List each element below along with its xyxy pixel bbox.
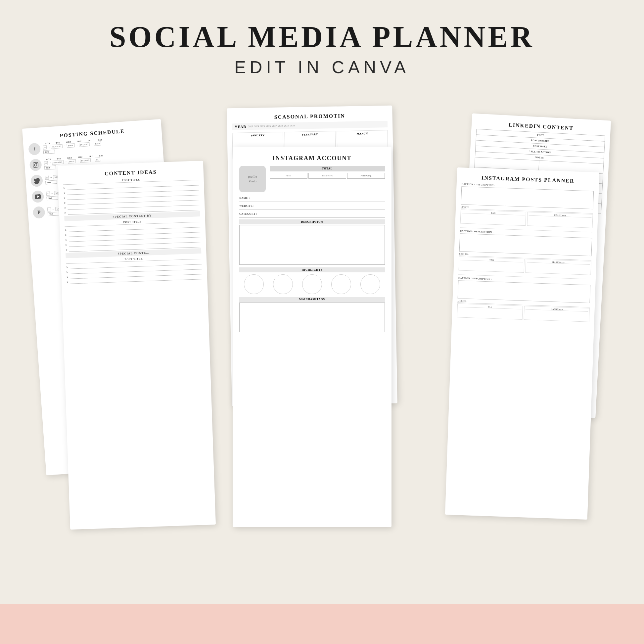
caption-box-2	[459, 233, 592, 256]
seasonal-title: SCASONAL PROMOTIN	[232, 112, 388, 121]
highlight-1	[244, 274, 264, 294]
link-label-3: LINK TO :	[457, 299, 467, 302]
time-label-1: TIME	[43, 150, 55, 154]
youtube-icon	[31, 190, 44, 203]
instagram-icon	[29, 159, 42, 171]
total-bar: TOTAL	[270, 166, 385, 171]
time-label-3: TIME	[45, 180, 57, 184]
followers-stat: Followers	[308, 173, 346, 179]
stats-row: Posts Followers Following	[270, 173, 385, 179]
post-block-2: CAPTION / DESCRIPTION : LINK TO : TAG HA…	[459, 230, 592, 275]
caption-box-3	[458, 280, 591, 303]
instagram-posts-page: INSTAGRAM POSTS PLANNER CAPTION / DESCRI…	[445, 167, 599, 520]
website-row: WEBSITE :	[239, 204, 385, 210]
year-label: YEAR	[235, 124, 246, 129]
highlights-title: HIGHLIGHTS	[239, 267, 385, 272]
time-label-2: TIME	[44, 165, 56, 170]
february-label: FEBRUARY	[286, 133, 334, 137]
instagram-account-page: INSTAGRAM ACCOUNT profilePhoto TOTAL Pos…	[233, 147, 391, 527]
highlights-circles	[239, 274, 385, 294]
year-dots: 2023 2024 2025 2026 2027 2028 2023 2030	[248, 124, 295, 128]
category-row: CATEGORY :	[239, 211, 385, 218]
highlights-section: HIGHLIGHTS	[239, 267, 385, 294]
year-bar: YEAR 2023 2024 2025 2026 2027 2028 2023 …	[232, 121, 388, 130]
post-block-3: CAPTION / DESCRIPTION : LINK TO : TAG HA…	[457, 277, 591, 322]
march-label: MARCH	[339, 132, 386, 136]
highlight-3	[302, 274, 322, 294]
svg-rect-0	[33, 162, 38, 167]
profile-section: profilePhoto TOTAL Posts Followers Follo…	[239, 166, 385, 192]
hashtags-title: MAINHASHTAGS	[239, 297, 385, 302]
highlight-4	[331, 274, 351, 294]
twitter-icon	[30, 174, 43, 187]
category-label: CATEGORY :	[239, 212, 262, 215]
time-label-5: TIME	[48, 212, 60, 216]
website-label: WEBSITE :	[239, 205, 262, 207]
content-ideas-page: CONTENT IDEAS POST TITLE ➤ ➤ ➤ ➤ ➤ ➤ SPE…	[58, 161, 216, 530]
pages-container: POSTING SCHEDULE f MONTUSWEDTHUFRISAT □→…	[24, 97, 620, 560]
description-section: DESCRIPTION	[239, 219, 385, 265]
name-label: NAME :	[239, 197, 262, 200]
main-title: SOCIAL MEDIA PLANNER	[109, 20, 534, 54]
description-box	[239, 225, 385, 265]
pinterest-icon: P	[32, 206, 45, 219]
caption-box-1	[461, 186, 594, 209]
facebook-icon: f	[28, 143, 41, 155]
instagram-account-title: INSTAGRAM ACCOUNT	[239, 155, 385, 162]
hashtag-col-3: HASHTAGS	[524, 306, 590, 322]
time-label-4: TIME	[46, 196, 58, 200]
tag-col-2: TAG	[459, 256, 525, 273]
hashtag-col-2: HASHTAGS	[525, 259, 591, 275]
link-label-1: LINK TO :	[461, 206, 470, 208]
highlight-5	[360, 274, 380, 294]
highlight-2	[273, 274, 293, 294]
posts-stat: Posts	[270, 173, 307, 179]
tag-col-3: TAG	[457, 303, 523, 320]
stats-section: TOTAL Posts Followers Following	[270, 166, 385, 179]
tag-col-1: TAG	[460, 209, 526, 226]
hashtags-box	[239, 302, 385, 332]
footer-bar	[0, 604, 644, 644]
header: SOCIAL MEDIA PLANNER EDIT IN CANVA	[109, 20, 534, 77]
link-label-2: LINK TO :	[459, 253, 469, 255]
post-block-1: CAPTION / DESCRIPTION : LINK TO : TAG HA…	[460, 183, 594, 228]
hashtag-col-1: HASHTAGS	[527, 212, 593, 228]
profile-photo: profilePhoto	[239, 166, 266, 192]
name-row: NAME :	[239, 196, 385, 202]
subtitle: EDIT IN CANVA	[109, 57, 534, 77]
january-label: JANUARY	[234, 134, 282, 138]
svg-point-1	[34, 163, 37, 166]
description-title: DESCRIPTION	[239, 219, 385, 224]
svg-point-2	[37, 163, 37, 164]
following-stat: Following	[347, 173, 385, 179]
hashtags-section: MAINHASHTAGS	[239, 297, 385, 332]
